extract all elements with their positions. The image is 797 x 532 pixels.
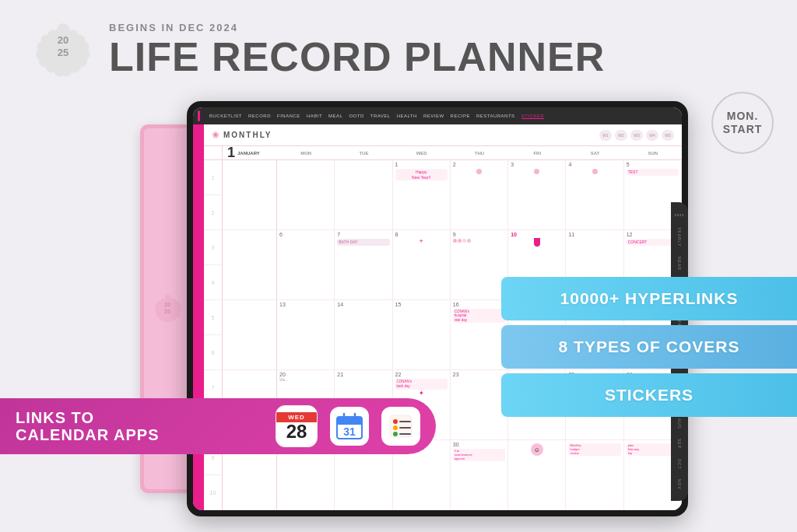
svg-point-17 <box>393 432 398 436</box>
svg-rect-7 <box>337 421 362 425</box>
mon-start-badge: MON. START <box>711 92 774 154</box>
svg-point-15 <box>393 425 398 430</box>
feature-hyperlinks: 10000+ HYPERLINKS <box>501 277 797 320</box>
tablet-nav: BUCKETLIST RECORD FINANCE HABIT MEAL OOT… <box>193 107 682 124</box>
calendar-banner: LINKS TO CALENDAR APPS WED 28 31 <box>0 398 436 454</box>
monthly-title: MONTHLY <box>223 131 272 139</box>
nav-health[interactable]: HEALTH <box>397 114 417 118</box>
calendar-header-row: 1 JANUARY MON TUE WED THU FRI SAT SUN <box>223 146 682 160</box>
nav-restaurants[interactable]: RESTAURANTS <box>476 114 515 118</box>
table-row: 1 HappyNew Year!! 2 3 4 <box>223 160 682 230</box>
week-buttons: W1 W2 W3 W4 W5 <box>599 130 674 141</box>
feature-stickers: STICKERS <box>501 373 797 417</box>
nav-bucketlist[interactable]: BUCKETLIST <box>209 114 242 118</box>
date-widget: WED 28 <box>276 405 318 447</box>
monthly-header: 🌸 MONTHLY W1 W2 W3 W4 W5 <box>204 124 682 146</box>
nav-habit[interactable]: HABIT <box>307 114 322 118</box>
svg-text:20: 20 <box>58 34 68 46</box>
reminders-icon[interactable] <box>381 407 420 446</box>
nav-ootd[interactable]: OOTD <box>349 114 363 118</box>
svg-text:25: 25 <box>164 309 170 314</box>
nav-record[interactable]: RECORD <box>248 114 271 118</box>
svg-text:25: 25 <box>58 47 68 58</box>
feature-covers: 8 TYPES OF COVERS <box>501 325 797 369</box>
calendar-banner-text: LINKS TO CALENDAR APPS <box>16 409 263 443</box>
svg-point-13 <box>393 419 398 424</box>
nav-finance[interactable]: FINANCE <box>277 114 300 118</box>
nav-travel[interactable]: TRAVEL <box>370 114 391 118</box>
nav-review[interactable]: REVIEW <box>423 114 444 118</box>
svg-text:31: 31 <box>343 425 356 438</box>
svg-text:20: 20 <box>164 302 170 307</box>
google-calendar-icon[interactable]: 31 <box>330 407 369 446</box>
logo-badge: 20 25 <box>33 17 93 78</box>
header-title: LIFE RECORD PLANNER <box>109 37 605 77</box>
features-container: 10000+ HYPERLINKS 8 TYPES OF COVERS STIC… <box>501 277 797 417</box>
week-col: 1 2 3 4 5 6 7 8 9 10 <box>204 146 223 510</box>
header-subtitle: BEGINS IN DEC 2024 <box>109 22 605 33</box>
date-num: 28 <box>286 422 307 441</box>
nav-recipe[interactable]: RECIPE <box>451 114 470 118</box>
header: BEGINS IN DEC 2024 LIFE RECORD PLANNER <box>109 22 605 77</box>
nav-sticker[interactable]: STICKER <box>521 114 545 119</box>
nav-meal[interactable]: MEAL <box>328 114 342 118</box>
